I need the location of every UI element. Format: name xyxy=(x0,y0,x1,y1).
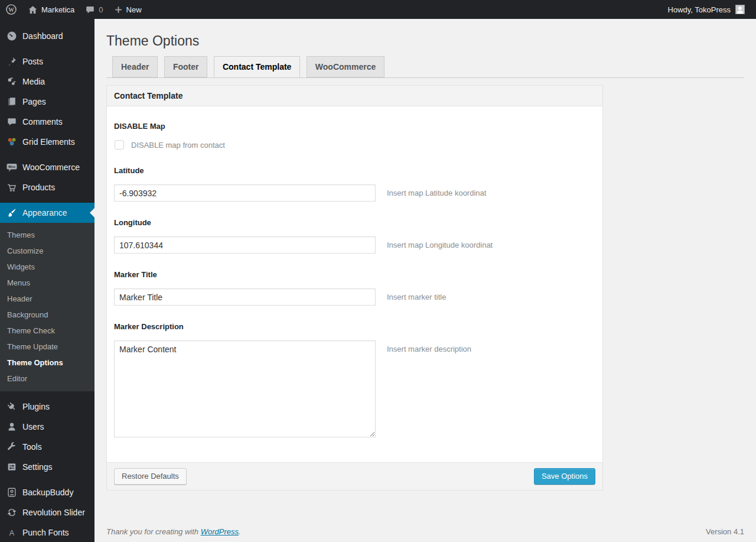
menu-separator xyxy=(0,197,94,203)
plugin-icon xyxy=(6,401,18,413)
svg-text:W: W xyxy=(8,7,14,13)
marker-description-textarea[interactable]: Marker Content xyxy=(114,340,376,437)
media-icon xyxy=(6,76,18,87)
tab-header[interactable]: Header xyxy=(112,56,158,77)
settings-icon xyxy=(6,461,18,473)
sidebar-item-plugins[interactable]: Plugins xyxy=(0,397,94,417)
footer-thanks: Thank you for creating with WordPress. xyxy=(106,527,241,536)
wordpress-link[interactable]: WordPress xyxy=(201,527,239,536)
footer-thanks-text: Thank you for creating with xyxy=(106,527,201,536)
cart-icon xyxy=(6,181,18,193)
latitude-label: Latitude xyxy=(114,166,595,175)
sidebar-item-settings[interactable]: Settings xyxy=(0,457,94,477)
restore-defaults-button[interactable]: Restore Defaults xyxy=(114,468,187,485)
field-longitude: Longitude Insert map Longitude koordinat xyxy=(114,218,595,254)
backup-icon xyxy=(6,486,18,498)
admin-footer: Thank you for creating with WordPress. V… xyxy=(106,527,744,536)
comment-count: 0 xyxy=(99,5,103,14)
menu-separator xyxy=(0,46,94,51)
woocommerce-icon: Woo xyxy=(6,161,18,173)
svg-text:Woo: Woo xyxy=(8,165,16,168)
marker-title-label: Marker Title xyxy=(114,270,595,279)
avatar xyxy=(735,5,745,14)
sidebar-item-pages[interactable]: Pages xyxy=(0,92,94,112)
submenu-item-background[interactable]: Background xyxy=(0,307,94,323)
menu-separator xyxy=(0,477,94,482)
field-marker-title: Marker Title Insert marker title xyxy=(114,270,595,306)
sidebar-item-woocommerce[interactable]: Woo WooCommerce xyxy=(0,157,94,177)
wordpress-logo-menu[interactable]: W xyxy=(0,0,22,19)
svg-text:A: A xyxy=(9,529,15,537)
font-icon: A xyxy=(6,527,18,538)
marker-title-input[interactable] xyxy=(114,288,376,306)
plus-icon xyxy=(114,5,123,14)
sidebar-item-revolution-slider[interactable]: Revolution Slider xyxy=(0,502,94,522)
sidebar-item-dashboard[interactable]: Dashboard xyxy=(0,26,94,46)
footer-version: Version 4.1 xyxy=(706,527,744,536)
tab-contact-template[interactable]: Contact Template xyxy=(214,56,300,77)
sidebar-item-backupbuddy[interactable]: BackupBuddy xyxy=(0,482,94,502)
sidebar-item-comments[interactable]: Comments xyxy=(0,112,94,132)
grid-elements-icon xyxy=(6,136,18,148)
longitude-label: Longitude xyxy=(114,218,595,227)
field-marker-description: Marker Description Marker Content Insert… xyxy=(114,322,595,437)
brush-icon xyxy=(6,207,18,219)
submenu-item-themes[interactable]: Themes xyxy=(0,227,94,243)
site-name-link[interactable]: Marketica xyxy=(22,0,80,19)
sidebar-item-punch-fonts[interactable]: A Punch Fonts xyxy=(0,522,94,542)
disable-map-checkbox[interactable] xyxy=(115,140,124,150)
wordpress-logo-icon: W xyxy=(5,4,17,15)
current-menu-arrow xyxy=(85,208,94,218)
submenu-item-theme-update[interactable]: Theme Update xyxy=(0,339,94,355)
user-icon xyxy=(6,421,18,433)
tab-woocommerce[interactable]: WooCommerce xyxy=(307,56,384,77)
submenu-item-theme-options[interactable]: Theme Options xyxy=(0,355,94,371)
submenu-item-widgets[interactable]: Widgets xyxy=(0,259,94,275)
latitude-input[interactable] xyxy=(114,184,376,202)
submenu-item-theme-check[interactable]: Theme Check xyxy=(0,323,94,339)
howdy-text: Howdy, TokoPress xyxy=(668,5,731,14)
admin-sidebar: Dashboard Posts Media Pages Comments Gri… xyxy=(0,19,94,542)
footer-period: . xyxy=(239,527,241,536)
submenu-item-customize[interactable]: Customize xyxy=(0,243,94,259)
panel-body: DISABLE Map DISABLE map from contact Lat… xyxy=(107,106,602,462)
menu-separator xyxy=(0,391,94,397)
comments-shortcut[interactable]: 0 xyxy=(80,0,108,19)
tab-bar: Header Footer Contact Template WooCommer… xyxy=(106,56,744,78)
submenu-item-editor[interactable]: Editor xyxy=(0,371,94,387)
submenu-item-header[interactable]: Header xyxy=(0,291,94,307)
submenu-item-menus[interactable]: Menus xyxy=(0,275,94,291)
marker-description-label: Marker Description xyxy=(114,322,595,331)
page-title: Theme Options xyxy=(106,19,744,50)
longitude-input[interactable] xyxy=(114,236,376,254)
site-name: Marketica xyxy=(41,5,74,14)
disable-map-checkbox-label[interactable]: DISABLE map from contact xyxy=(131,141,225,150)
dashboard-icon xyxy=(6,30,18,42)
wrench-icon xyxy=(6,441,18,453)
sidebar-item-posts[interactable]: Posts xyxy=(0,51,94,72)
tab-footer[interactable]: Footer xyxy=(164,56,208,77)
sidebar-item-media[interactable]: Media xyxy=(0,72,94,92)
latitude-help: Insert map Latitude koordinat xyxy=(387,184,486,197)
panel-title: Contact Template xyxy=(107,86,602,106)
panel-footer: Restore Defaults Save Options xyxy=(107,462,602,490)
marker-description-help: Insert marker description xyxy=(387,340,471,353)
main-content: Theme Options Header Footer Contact Temp… xyxy=(94,19,756,542)
sidebar-item-users[interactable]: Users xyxy=(0,417,94,437)
appearance-submenu: Themes Customize Widgets Menus Header Ba… xyxy=(0,223,94,391)
contact-template-panel: Contact Template DISABLE Map DISABLE map… xyxy=(106,85,603,491)
new-content-menu[interactable]: New xyxy=(109,0,147,19)
home-icon xyxy=(28,5,38,15)
pushpin-icon xyxy=(6,56,18,67)
sidebar-item-products[interactable]: Products xyxy=(0,177,94,197)
comment-icon xyxy=(6,116,18,128)
save-options-button[interactable]: Save Options xyxy=(534,468,595,485)
field-latitude: Latitude Insert map Latitude koordinat xyxy=(114,166,595,202)
sidebar-item-tools[interactable]: Tools xyxy=(0,437,94,457)
sidebar-item-appearance[interactable]: Appearance xyxy=(0,203,94,223)
pages-icon xyxy=(6,96,18,108)
sidebar-item-grid-elements[interactable]: Grid Elements xyxy=(0,132,94,152)
my-account-menu[interactable]: Howdy, TokoPress xyxy=(663,0,750,19)
field-disable-map: DISABLE Map DISABLE map from contact xyxy=(114,122,595,150)
comment-bubble-icon xyxy=(85,5,95,15)
